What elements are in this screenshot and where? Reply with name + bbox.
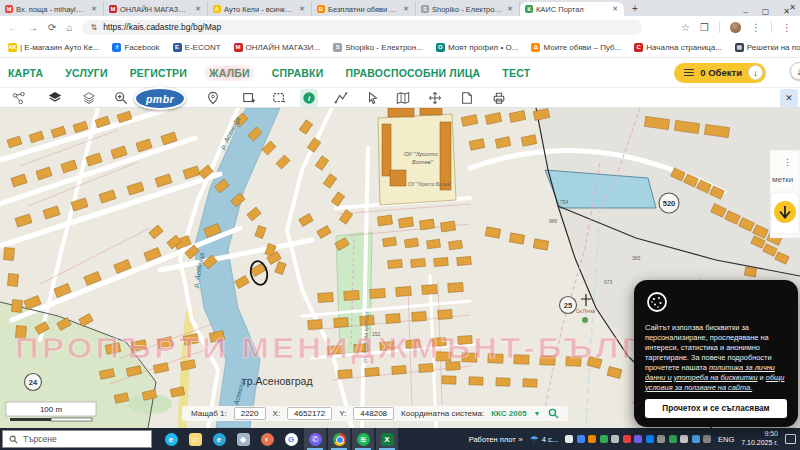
taskbar-app-chrome[interactable] (328, 428, 350, 450)
taskbar-app-file-explorer[interactable]: ▱ (184, 428, 206, 450)
taskbar-search-input[interactable]: Търсене (2, 430, 152, 448)
pan-move-icon[interactable] (426, 89, 444, 107)
extensions-icon[interactable]: ❒ (700, 22, 709, 33)
bookmark-item[interactable]: МОНЛАЙН МАГАЗИ... (234, 43, 321, 52)
y-coordinate[interactable]: 448208 (353, 407, 394, 420)
taskbar-app-edge[interactable]: e (208, 428, 230, 450)
x-coordinate[interactable]: 4652172 (287, 407, 332, 420)
site-settings-icon[interactable]: ⇅ (90, 23, 97, 32)
tray-icon[interactable] (680, 435, 688, 443)
tray-icon[interactable] (646, 435, 654, 443)
url-text[interactable]: https://kais.cadastre.bg/bg/Map (103, 22, 221, 32)
select-extent-icon[interactable] (270, 89, 288, 107)
tray-icon[interactable] (703, 435, 711, 443)
map-search-icon[interactable] (548, 408, 559, 419)
layers-filled-icon[interactable] (46, 89, 64, 107)
desktop-toolbar[interactable]: Работен плот» (469, 435, 523, 444)
tray-icon[interactable] (611, 435, 619, 443)
tray-icon[interactable] (634, 435, 642, 443)
bookmark-item[interactable]: SShopiko - Електрон... (333, 43, 423, 52)
tab-close-icon[interactable]: ✕ (298, 5, 306, 13)
browser-tab[interactable]: SShopiko - Електронен маг✕ (416, 2, 520, 16)
draw-rectangle-icon[interactable] (240, 89, 258, 107)
bookmark-item[interactable]: СНачална страница... (634, 43, 722, 52)
tray-icon[interactable] (588, 435, 596, 443)
sidebar-menu-icon[interactable]: ⋮ (782, 22, 792, 33)
share-network-icon[interactable] (10, 89, 28, 107)
tab-close-icon[interactable]: ✕ (506, 5, 514, 13)
bookmark-item[interactable]: OМоят профил • O... (436, 43, 519, 52)
objects-button[interactable]: 0 Обекти ↓ (674, 63, 766, 83)
scale-input[interactable]: 2220 (234, 407, 266, 420)
close-map-icon[interactable]: ✕ (780, 89, 798, 107)
taskbar-app-viber[interactable]: ✆ (304, 428, 326, 450)
nav-item-3[interactable]: РЕГИСТРИ (130, 67, 187, 79)
new-tab-button[interactable]: + (632, 3, 638, 14)
layers-outline-icon[interactable] (80, 89, 98, 107)
crs-caret-icon[interactable]: ▼ (534, 410, 541, 417)
tray-icon[interactable] (657, 435, 665, 443)
taskbar-clock[interactable]: 9:507.10.2025 г. (741, 430, 778, 448)
tab-close-icon[interactable]: ✕ (194, 5, 202, 13)
scale-label: Мащаб 1: (191, 409, 227, 418)
bookmark-label: Моят профил • O... (448, 43, 519, 52)
nav-item-7[interactable]: ТЕСТ (502, 67, 530, 79)
print-icon[interactable] (490, 89, 508, 107)
tray-icon[interactable] (692, 435, 700, 443)
home-icon[interactable]: ⌂ (66, 22, 72, 33)
tray-icon[interactable] (623, 435, 631, 443)
url-field[interactable]: ⇅ https://kais.cadastre.bg/bg/Map (82, 20, 642, 35)
reload-icon[interactable]: ⟳ (48, 22, 56, 33)
browser-tab[interactable]: MВх. поща - mihaylov.r@gm✕ (0, 2, 104, 16)
bookmark-item[interactable]: fFacebook (112, 43, 159, 52)
language-indicator[interactable]: ENG (718, 435, 734, 444)
measure-line-icon[interactable] (332, 89, 350, 107)
taskbar-app-excel[interactable]: X (376, 428, 398, 450)
bookmark-favicon: E (173, 43, 182, 52)
tray-icon[interactable] (600, 435, 608, 443)
browser-tab[interactable]: ККАИС Портал✕ (520, 2, 624, 16)
browser-tab[interactable]: МОНЛАЙН МАГАЗИН ЗА А✕ (104, 2, 208, 16)
pointer-arrow-icon[interactable] (364, 89, 382, 107)
taskbar-app-paint[interactable]: ◐ (256, 428, 278, 450)
window-maximize-button[interactable]: ▢ (762, 7, 770, 16)
browser-tab[interactable]: AАуто Кели - всичко за ав✕ (208, 2, 312, 16)
fold-map-icon[interactable] (394, 89, 412, 107)
taskbar-app-spotify[interactable]: ≋ (352, 428, 374, 450)
taskbar-app-maps[interactable]: ◆ (232, 428, 254, 450)
tab-close-icon[interactable]: ✕ (402, 5, 410, 13)
browser-tab[interactable]: BБезплатни обяви от Baza✕ (312, 2, 416, 16)
bookmark-star-icon[interactable]: ☆ (681, 22, 690, 33)
bookmark-item[interactable]: AK| Е-магазин Ауто Ке... (8, 43, 99, 52)
taskbar-app-google[interactable]: G (280, 428, 302, 450)
location-pin-icon[interactable] (204, 89, 222, 107)
profile-avatar[interactable] (730, 22, 741, 33)
browser-menu-icon[interactable]: ⋮ (751, 22, 761, 33)
info-icon[interactable]: i (300, 89, 318, 107)
nav-item-1[interactable]: КАРТА (8, 67, 43, 79)
zoom-in-icon[interactable] (112, 89, 130, 107)
tab-close-icon[interactable]: ✕ (90, 5, 98, 13)
tab-close-icon[interactable]: ✕ (611, 5, 619, 13)
nav-item-5[interactable]: СПРАВКИ (272, 67, 324, 79)
window-minimize-button[interactable]: – (743, 7, 747, 16)
extra-close-icon[interactable]: ✕ (789, 3, 796, 12)
bookmark-item[interactable]: EE-ECONT (173, 43, 221, 52)
export-page-icon[interactable] (458, 89, 476, 107)
forward-icon[interactable]: → (28, 22, 38, 33)
bookmark-item[interactable]: ΔМоите обяви – Пуб... (531, 43, 621, 52)
nav-item-4[interactable]: ЖАЛБИ (209, 67, 250, 79)
tray-icon[interactable] (669, 435, 677, 443)
chevron-down-icon[interactable]: ↓ (748, 65, 763, 80)
weather-widget[interactable]: ☂ 4 с... (530, 434, 558, 445)
nav-item-2[interactable]: УСЛУГИ (65, 67, 107, 79)
cookie-accept-button[interactable]: Прочетох и се съгласявам (645, 399, 787, 418)
taskbar-app-internet-explorer[interactable]: e (160, 428, 182, 450)
nav-item-6[interactable]: ПРАВОСПОСОБНИ ЛИЦА (345, 67, 480, 79)
tray-icon[interactable] (577, 435, 585, 443)
crs-dropdown[interactable]: ККС 2005 (491, 409, 526, 418)
tray-icon[interactable] (565, 435, 573, 443)
back-icon[interactable]: ← (8, 22, 18, 33)
bookmark-item[interactable]: ▦Решетки на покрива (735, 43, 800, 52)
notification-center-icon[interactable] (785, 434, 796, 444)
